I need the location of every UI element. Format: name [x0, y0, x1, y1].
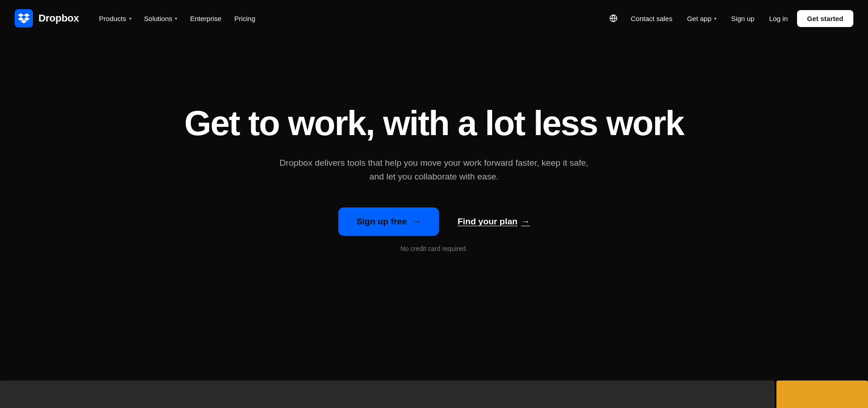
globe-icon	[609, 14, 618, 22]
nav-left: Dropbox Products ▾ Solutions ▾ Enterpris…	[15, 9, 261, 27]
strip-orange	[776, 381, 868, 408]
get-app-chevron-icon: ▾	[714, 16, 716, 21]
hero-subtitle: Dropbox delivers tools that help you mov…	[278, 156, 590, 184]
hero-cta-group: Sign up free → Find your plan →	[338, 207, 530, 236]
dropbox-logo-icon	[15, 9, 33, 27]
bottom-strip	[0, 381, 868, 408]
log-in-link[interactable]: Log in	[764, 11, 793, 26]
logo-link[interactable]: Dropbox	[15, 9, 79, 27]
sign-up-nav-link[interactable]: Sign up	[726, 11, 760, 26]
language-selector-button[interactable]	[605, 10, 622, 27]
dropbox-logo-svg	[18, 13, 30, 23]
page-wrapper: Dropbox Products ▾ Solutions ▾ Enterpris…	[0, 0, 868, 408]
logo-text: Dropbox	[38, 12, 79, 24]
nav-right: Contact sales Get app ▾ Sign up Log in G…	[605, 10, 853, 27]
find-plan-arrow-icon: →	[521, 217, 530, 227]
nav-products[interactable]: Products ▾	[93, 11, 136, 26]
get-app-link[interactable]: Get app ▾	[682, 11, 722, 26]
sign-up-free-button[interactable]: Sign up free →	[338, 207, 439, 236]
nav-pricing[interactable]: Pricing	[229, 11, 261, 26]
hero-section: Get to work, with a lot less work Dropbo…	[0, 37, 868, 311]
strip-gray	[0, 381, 775, 408]
find-your-plan-link[interactable]: Find your plan →	[457, 217, 530, 227]
arrow-right-icon: →	[412, 217, 421, 227]
nav-links: Products ▾ Solutions ▾ Enterprise Pricin…	[93, 11, 260, 26]
nav-enterprise[interactable]: Enterprise	[184, 11, 227, 26]
navbar: Dropbox Products ▾ Solutions ▾ Enterpris…	[0, 0, 868, 37]
solutions-chevron-icon: ▾	[175, 16, 177, 21]
get-started-button[interactable]: Get started	[797, 10, 853, 27]
no-credit-card-label: No credit card required.	[401, 245, 467, 252]
hero-title: Get to work, with a lot less work	[184, 105, 684, 141]
nav-solutions[interactable]: Solutions ▾	[139, 11, 183, 26]
contact-sales-link[interactable]: Contact sales	[625, 11, 678, 26]
products-chevron-icon: ▾	[129, 16, 131, 21]
